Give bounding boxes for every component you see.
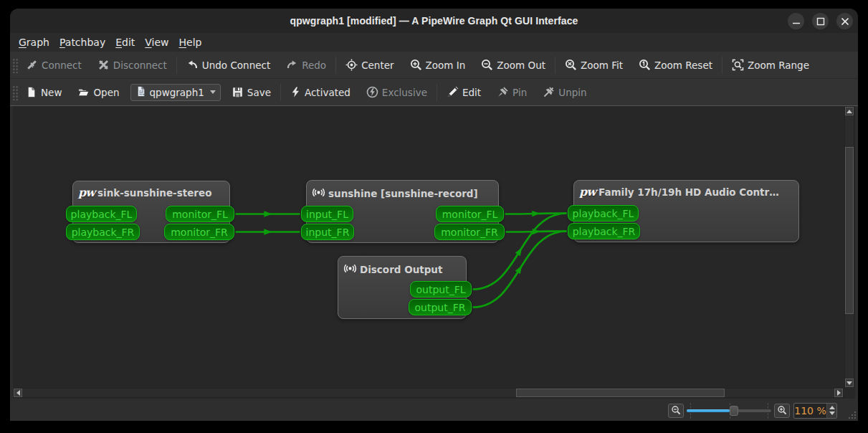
close-button[interactable] — [836, 13, 853, 29]
toolbar-button-label: Unpin — [558, 87, 586, 98]
zoom-in-icon — [410, 59, 422, 71]
toolbar-button-label: Activated — [305, 87, 350, 98]
unpin-button[interactable]: Unpin — [537, 83, 592, 101]
graph-canvas[interactable]: pwsink-sunshine-stereoplayback_FLplaybac… — [13, 106, 855, 399]
port-sunshine.input_FR[interactable]: input_FR — [301, 224, 354, 240]
zoom-out-button[interactable] — [668, 404, 684, 418]
link-arrow-icon — [532, 211, 540, 217]
node-title-text: sunshine [sunshine-record] — [328, 188, 478, 199]
exclusive-icon — [366, 86, 378, 98]
edit-pencil-icon — [447, 86, 459, 98]
save-button[interactable]: Save — [226, 83, 277, 101]
toolbar-button-label: Zoom In — [426, 60, 466, 71]
horizontal-scroll-thumb[interactable] — [516, 389, 725, 397]
menu-graph[interactable]: Graph — [14, 35, 54, 49]
new-button[interactable]: New — [20, 83, 67, 101]
pin-button[interactable]: Pin — [491, 83, 533, 101]
zoom-spin-buttons[interactable] — [826, 404, 836, 418]
edit-button[interactable]: Edit — [441, 83, 487, 101]
scroll-left-button[interactable] — [14, 389, 22, 397]
unpin-icon — [543, 86, 555, 98]
menu-edit[interactable]: Edit — [110, 35, 140, 49]
exclusive-button[interactable]: Exclusive — [361, 83, 433, 101]
menu-patchbay[interactable]: Patchbay — [54, 35, 110, 49]
port-family.playback_FR[interactable]: playback_FR — [568, 223, 640, 239]
redo-button[interactable]: Redo — [280, 56, 332, 74]
toolbar-graph: Connect Disconnect Undo Connect Redo Cen… — [10, 52, 858, 79]
zoom-out-icon — [481, 59, 493, 71]
scroll-up-button[interactable] — [845, 107, 854, 115]
app-window: qpwgraph1 [modified] — A PipeWire Graph … — [10, 9, 858, 421]
arrow-up-icon — [846, 110, 852, 113]
chevron-down-icon — [210, 90, 216, 94]
port-discord.output_FL[interactable]: output_FL — [410, 281, 472, 298]
center-button[interactable]: Center — [340, 56, 399, 74]
link-arrow-icon — [264, 229, 272, 234]
port-sink.monitor_FR[interactable]: monitor_FR — [164, 224, 234, 240]
toolbar-drag-handle[interactable] — [11, 57, 18, 73]
minimize-icon — [792, 17, 801, 26]
vertical-scrollbar[interactable] — [844, 106, 854, 388]
toolbar-button-label: Zoom Fit — [581, 60, 623, 71]
link-arrow-icon — [515, 246, 525, 256]
toolbar-button-label: Connect — [42, 60, 82, 71]
patchbay-profile-combobox[interactable]: qpwgraph1 — [130, 84, 221, 101]
port-sink.playback_FL[interactable]: playback_FL — [66, 206, 137, 222]
connect-icon — [26, 59, 38, 71]
combobox-value: qpwgraph1 — [150, 87, 204, 98]
toolbar-button-label: Zoom Out — [497, 60, 545, 71]
new-file-icon — [26, 86, 37, 98]
link-sunshine.monitor_FL-to-family.playback_FL[interactable] — [505, 214, 567, 214]
scroll-right-button[interactable] — [834, 389, 843, 397]
port-sunshine.input_FL[interactable]: input_FL — [301, 206, 353, 222]
zoom-range-button[interactable]: Zoom Range — [726, 56, 815, 74]
port-family.playback_FL[interactable]: playback_FL — [568, 205, 639, 222]
spin-up-icon — [829, 406, 835, 409]
toolbar-button-label: Pin — [512, 87, 527, 98]
toolbar-button-label: Save — [247, 87, 271, 98]
open-button[interactable]: Open — [72, 84, 125, 101]
zoom-spinbox[interactable]: 110 % — [793, 403, 837, 419]
vertical-scroll-thumb[interactable] — [845, 147, 854, 314]
menu-view[interactable]: View — [140, 35, 173, 49]
zoom-fit-button[interactable]: Zoom Fit — [559, 56, 629, 74]
close-icon — [841, 17, 849, 26]
node-waves-icon — [343, 262, 357, 277]
horizontal-scrollbar[interactable] — [13, 388, 844, 398]
zoom-in-button[interactable] — [774, 404, 790, 418]
toolbar-separator — [437, 84, 437, 101]
disconnect-button[interactable]: Disconnect — [92, 56, 173, 74]
slider-handle[interactable] — [730, 406, 738, 416]
node-title: sunshine [sunshine-record] — [307, 181, 498, 201]
toolbar-separator — [280, 84, 281, 101]
toolbar-button-label: Zoom Reset — [654, 60, 712, 71]
toolbar-button-label: New — [41, 87, 62, 98]
connect-button[interactable]: Connect — [20, 56, 87, 74]
port-sink.monitor_FL[interactable]: monitor_FL — [166, 206, 234, 222]
port-sunshine.monitor_FL[interactable]: monitor_FL — [436, 206, 504, 222]
arrow-down-icon — [846, 381, 852, 385]
zoom-in-button[interactable]: Zoom In — [404, 56, 472, 74]
undo-icon — [186, 59, 199, 71]
resize-grip[interactable] — [848, 411, 857, 419]
port-discord.output_FR[interactable]: output_FR — [409, 299, 472, 315]
port-sunshine.monitor_FR[interactable]: monitor_FR — [434, 224, 505, 240]
activated-button[interactable]: Activated — [285, 83, 356, 101]
scroll-down-button[interactable] — [845, 379, 854, 387]
open-folder-icon — [77, 87, 90, 98]
menu-bar: GraphPatchbayEditViewHelp — [10, 33, 858, 52]
toolbar-button-label: Disconnect — [113, 60, 167, 71]
link-layer — [13, 106, 844, 388]
minimize-button[interactable] — [788, 13, 804, 29]
zoom-out-button[interactable]: Zoom Out — [475, 56, 551, 74]
zoom-slider[interactable] — [687, 403, 771, 419]
zoom-reset-button[interactable]: Zoom Reset — [633, 56, 718, 74]
menu-help[interactable]: Help — [174, 35, 207, 49]
maximize-button[interactable] — [812, 13, 829, 29]
undo-connect-button[interactable]: Undo Connect — [181, 56, 276, 74]
toolbar-drag-handle[interactable] — [11, 85, 18, 100]
port-sink.playback_FR[interactable]: playback_FR — [66, 224, 140, 240]
link-sunshine.monitor_FR-to-family.playback_FR[interactable] — [506, 232, 567, 232]
slider-fill — [687, 409, 730, 412]
title-bar[interactable]: qpwgraph1 [modified] — A PipeWire Graph … — [10, 9, 858, 33]
